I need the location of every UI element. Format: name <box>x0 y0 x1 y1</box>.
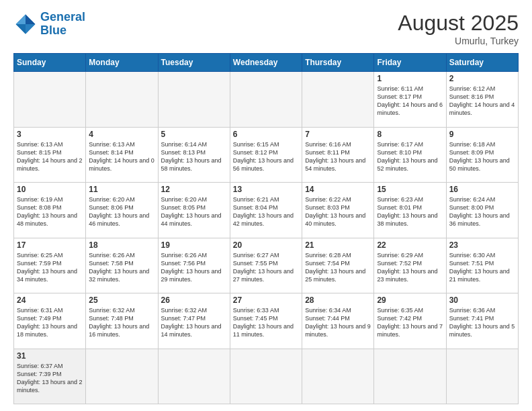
calendar-cell <box>302 349 374 404</box>
calendar-cell: 27Sunrise: 6:33 AM Sunset: 7:45 PM Dayli… <box>230 293 302 349</box>
logo-general: General <box>40 10 85 24</box>
day-number: 20 <box>233 240 299 250</box>
day-info: Sunrise: 6:18 AM Sunset: 8:09 PM Dayligh… <box>449 140 515 173</box>
calendar-cell <box>158 72 230 128</box>
calendar-week-3: 17Sunrise: 6:25 AM Sunset: 7:59 PM Dayli… <box>14 238 519 293</box>
day-info: Sunrise: 6:30 AM Sunset: 7:51 PM Dayligh… <box>449 251 515 284</box>
day-info: Sunrise: 6:13 AM Sunset: 8:14 PM Dayligh… <box>89 140 154 173</box>
calendar-cell: 11Sunrise: 6:20 AM Sunset: 8:06 PM Dayli… <box>86 183 158 238</box>
calendar-cell: 21Sunrise: 6:28 AM Sunset: 7:54 PM Dayli… <box>302 238 374 293</box>
day-number: 23 <box>449 240 515 250</box>
calendar-cell <box>302 72 374 128</box>
calendar-cell: 13Sunrise: 6:21 AM Sunset: 8:04 PM Dayli… <box>230 183 302 238</box>
day-number: 15 <box>377 185 443 194</box>
day-info: Sunrise: 6:16 AM Sunset: 8:11 PM Dayligh… <box>305 140 371 173</box>
day-info: Sunrise: 6:24 AM Sunset: 8:00 PM Dayligh… <box>449 195 515 228</box>
calendar-week-1: 3Sunrise: 6:13 AM Sunset: 8:15 PM Daylig… <box>14 127 519 183</box>
calendar-header-saturday: Saturday <box>446 54 518 72</box>
day-number: 30 <box>449 295 515 305</box>
calendar-table: SundayMondayTuesdayWednesdayThursdayFrid… <box>13 53 519 404</box>
day-number: 2 <box>449 74 515 83</box>
calendar-cell: 3Sunrise: 6:13 AM Sunset: 8:15 PM Daylig… <box>14 127 86 183</box>
day-info: Sunrise: 6:19 AM Sunset: 8:08 PM Dayligh… <box>17 195 83 228</box>
day-number: 4 <box>89 130 154 139</box>
day-number: 24 <box>17 295 83 305</box>
day-number: 5 <box>161 130 227 139</box>
day-info: Sunrise: 6:35 AM Sunset: 7:42 PM Dayligh… <box>377 306 443 339</box>
day-info: Sunrise: 6:13 AM Sunset: 8:15 PM Dayligh… <box>17 140 83 173</box>
calendar-cell: 4Sunrise: 6:13 AM Sunset: 8:14 PM Daylig… <box>86 127 158 183</box>
day-info: Sunrise: 6:32 AM Sunset: 7:47 PM Dayligh… <box>161 306 227 339</box>
calendar-cell: 14Sunrise: 6:22 AM Sunset: 8:03 PM Dayli… <box>302 183 374 238</box>
day-info: Sunrise: 6:33 AM Sunset: 7:45 PM Dayligh… <box>233 306 299 339</box>
calendar-cell <box>374 349 446 404</box>
calendar-cell: 29Sunrise: 6:35 AM Sunset: 7:42 PM Dayli… <box>374 293 446 349</box>
calendar-cell: 28Sunrise: 6:34 AM Sunset: 7:44 PM Dayli… <box>302 293 374 349</box>
day-info: Sunrise: 6:20 AM Sunset: 8:05 PM Dayligh… <box>161 195 227 228</box>
day-info: Sunrise: 6:37 AM Sunset: 7:39 PM Dayligh… <box>17 362 83 395</box>
calendar-cell: 26Sunrise: 6:32 AM Sunset: 7:47 PM Dayli… <box>158 293 230 349</box>
calendar-header-thursday: Thursday <box>302 54 374 72</box>
calendar-cell: 20Sunrise: 6:27 AM Sunset: 7:55 PM Dayli… <box>230 238 302 293</box>
day-number: 16 <box>449 185 515 194</box>
day-number: 18 <box>89 240 154 250</box>
calendar-header-wednesday: Wednesday <box>230 54 302 72</box>
day-info: Sunrise: 6:22 AM Sunset: 8:03 PM Dayligh… <box>305 195 371 228</box>
logo: General Blue <box>13 11 85 38</box>
day-info: Sunrise: 6:12 AM Sunset: 8:16 PM Dayligh… <box>449 85 515 118</box>
day-number: 14 <box>305 185 371 194</box>
logo-icon <box>13 12 38 36</box>
calendar-cell: 25Sunrise: 6:32 AM Sunset: 7:48 PM Dayli… <box>86 293 158 349</box>
day-info: Sunrise: 6:21 AM Sunset: 8:04 PM Dayligh… <box>233 195 299 228</box>
day-number: 21 <box>305 240 371 250</box>
calendar-cell <box>446 349 518 404</box>
header: General Blue August 2025 Umurlu, Turkey <box>13 11 519 46</box>
day-info: Sunrise: 6:26 AM Sunset: 7:58 PM Dayligh… <box>89 251 154 284</box>
logo-blue: Blue <box>40 24 66 37</box>
calendar-cell: 17Sunrise: 6:25 AM Sunset: 7:59 PM Dayli… <box>14 238 86 293</box>
day-info: Sunrise: 6:32 AM Sunset: 7:48 PM Dayligh… <box>89 306 154 339</box>
day-info: Sunrise: 6:31 AM Sunset: 7:49 PM Dayligh… <box>17 306 83 339</box>
day-info: Sunrise: 6:25 AM Sunset: 7:59 PM Dayligh… <box>17 251 83 284</box>
svg-marker-3 <box>16 24 26 34</box>
title-block: August 2025 Umurlu, Turkey <box>398 11 519 46</box>
day-number: 25 <box>89 295 154 305</box>
calendar-cell: 15Sunrise: 6:23 AM Sunset: 8:01 PM Dayli… <box>374 183 446 238</box>
day-number: 28 <box>305 295 371 305</box>
logo-text: General Blue <box>40 11 85 38</box>
day-info: Sunrise: 6:15 AM Sunset: 8:12 PM Dayligh… <box>233 140 299 173</box>
day-number: 9 <box>449 130 515 139</box>
calendar-cell: 23Sunrise: 6:30 AM Sunset: 7:51 PM Dayli… <box>446 238 518 293</box>
day-number: 3 <box>17 130 83 139</box>
calendar-week-4: 24Sunrise: 6:31 AM Sunset: 7:49 PM Dayli… <box>14 293 519 349</box>
day-number: 7 <box>305 130 371 139</box>
calendar-cell: 6Sunrise: 6:15 AM Sunset: 8:12 PM Daylig… <box>230 127 302 183</box>
calendar-header-friday: Friday <box>374 54 446 72</box>
calendar-cell: 10Sunrise: 6:19 AM Sunset: 8:08 PM Dayli… <box>14 183 86 238</box>
day-number: 26 <box>161 295 227 305</box>
day-info: Sunrise: 6:27 AM Sunset: 7:55 PM Dayligh… <box>233 251 299 284</box>
calendar-header-tuesday: Tuesday <box>158 54 230 72</box>
svg-marker-4 <box>16 14 26 24</box>
calendar-cell: 12Sunrise: 6:20 AM Sunset: 8:05 PM Dayli… <box>158 183 230 238</box>
calendar-cell: 30Sunrise: 6:36 AM Sunset: 7:41 PM Dayli… <box>446 293 518 349</box>
day-info: Sunrise: 6:26 AM Sunset: 7:56 PM Dayligh… <box>161 251 227 284</box>
calendar-header-monday: Monday <box>86 54 158 72</box>
day-info: Sunrise: 6:29 AM Sunset: 7:52 PM Dayligh… <box>377 251 443 284</box>
calendar-cell <box>158 349 230 404</box>
day-info: Sunrise: 6:11 AM Sunset: 8:17 PM Dayligh… <box>377 85 443 118</box>
calendar-cell: 9Sunrise: 6:18 AM Sunset: 8:09 PM Daylig… <box>446 127 518 183</box>
day-number: 19 <box>161 240 227 250</box>
calendar-header-sunday: Sunday <box>14 54 86 72</box>
day-number: 8 <box>377 130 443 139</box>
svg-marker-1 <box>26 14 35 24</box>
month-year: August 2025 <box>398 11 519 36</box>
day-number: 1 <box>377 74 443 83</box>
day-info: Sunrise: 6:34 AM Sunset: 7:44 PM Dayligh… <box>305 306 371 339</box>
page: General Blue August 2025 Umurlu, Turkey … <box>0 0 532 411</box>
calendar-cell <box>14 72 86 128</box>
day-number: 11 <box>89 185 154 194</box>
calendar-week-2: 10Sunrise: 6:19 AM Sunset: 8:08 PM Dayli… <box>14 183 519 238</box>
calendar-cell <box>86 72 158 128</box>
day-info: Sunrise: 6:23 AM Sunset: 8:01 PM Dayligh… <box>377 195 443 228</box>
